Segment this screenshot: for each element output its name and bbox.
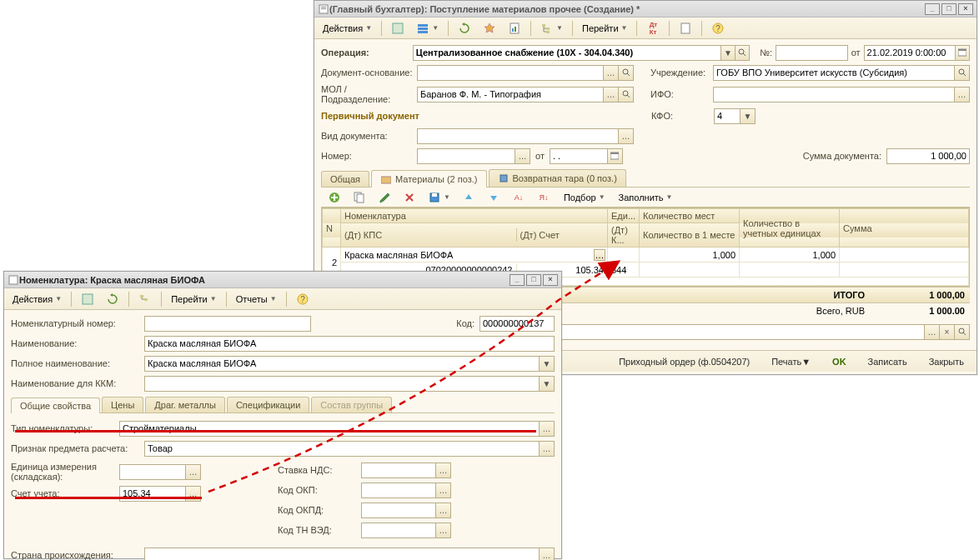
doc-type-field[interactable] [417, 128, 619, 144]
grid-delete[interactable] [398, 189, 421, 206]
okp-field[interactable] [361, 482, 436, 498]
nom-tab-prices[interactable]: Цены [102, 397, 143, 412]
col-k[interactable]: (Дт) К... [608, 223, 640, 248]
mol-ellipsis[interactable]: … [604, 87, 619, 102]
print-menu[interactable]: Печать▼ [764, 353, 818, 370]
col-n[interactable]: N [323, 209, 341, 248]
tab-tare[interactable]: Возвратная тара (0 поз.) [489, 169, 626, 187]
grid-edit[interactable] [373, 189, 396, 206]
col-qtyper[interactable]: Количество в 1 месте [640, 223, 740, 248]
name-field[interactable]: Краска масляная БИОФА [144, 336, 555, 352]
unit-field[interactable] [119, 464, 186, 480]
fullname-field[interactable]: Краска масляная БИОФА [144, 356, 540, 372]
type-ellipsis[interactable]: … [540, 421, 555, 437]
grid-sort-asc[interactable]: А↓ [507, 189, 530, 206]
grid-fill-menu[interactable]: Заполнить▼ [614, 189, 678, 206]
col-acct[interactable]: (Дт) Счет [516, 228, 607, 242]
toolbar-doc[interactable] [674, 20, 697, 37]
toolbar-icon-2[interactable]: ▼ [411, 20, 444, 37]
grid-down[interactable] [482, 189, 505, 206]
code-field[interactable]: 000000000137 [479, 316, 555, 332]
nom-tb-1[interactable] [76, 291, 99, 308]
grid-select-menu[interactable]: Подбор▼ [559, 189, 610, 206]
kfo-field[interactable]: 4 [714, 108, 741, 124]
calc-ellipsis[interactable]: … [540, 441, 555, 457]
origin-ellipsis[interactable]: … [540, 548, 555, 561]
origin-field[interactable] [144, 548, 540, 561]
number-field[interactable] [417, 148, 515, 164]
tnved-ellipsis[interactable]: … [436, 522, 451, 538]
row-sum[interactable] [840, 248, 969, 262]
grid-up[interactable] [457, 189, 480, 206]
ifo-field[interactable] [713, 87, 955, 102]
tab-general[interactable]: Общая [321, 171, 369, 187]
goto-menu[interactable]: Перейти▼ [577, 20, 633, 37]
type-field[interactable]: Стройматериалы [119, 421, 540, 437]
order-button[interactable]: Приходный ордер (ф.0504207) [611, 353, 757, 370]
nom-tab-general[interactable]: Общие свойства [11, 398, 100, 413]
toolbar-report[interactable] [503, 20, 526, 37]
toolbar-dtkt[interactable]: ДтКт [641, 20, 665, 37]
nom-tab-metals[interactable]: Драг. металлы [145, 397, 225, 412]
no-field[interactable] [776, 45, 847, 61]
col-item[interactable]: Номенклатура [341, 209, 608, 223]
unit-ellipsis[interactable]: … [186, 464, 201, 480]
comment-ellipsis[interactable]: … [925, 324, 940, 340]
comment-search[interactable] [955, 324, 970, 340]
okpd-field[interactable] [361, 502, 436, 518]
ifo-ellipsis[interactable]: … [955, 87, 970, 102]
date-picker-button[interactable] [956, 45, 970, 61]
operation-dropdown[interactable]: ▼ [721, 45, 736, 61]
col-qtyunits[interactable]: Количество в учетных единицах [740, 209, 840, 248]
toolbar-refresh[interactable] [453, 20, 476, 37]
col-qtyplaces[interactable]: Количество мест [640, 209, 740, 223]
kfo-dropdown[interactable]: ▼ [741, 108, 756, 124]
vat-field[interactable] [361, 462, 436, 478]
calc-field[interactable]: Товар [144, 441, 540, 457]
docbase-field[interactable] [417, 65, 604, 81]
operation-search[interactable] [736, 45, 750, 61]
operation-field[interactable]: Централизованное снабжение (10X - 304.04… [413, 45, 721, 61]
actions-menu[interactable]: Действия▼ [318, 20, 377, 37]
date-field[interactable]: 21.02.2019 0:00:00 [864, 45, 956, 61]
number-date-picker[interactable] [608, 148, 623, 164]
grid-add[interactable] [323, 189, 346, 206]
ok-button[interactable]: OK [825, 353, 854, 370]
nom-tab-specs[interactable]: Спецификации [227, 397, 309, 412]
row-qtyplaces[interactable]: 1,000 [640, 248, 740, 262]
nom-help[interactable]: ? [291, 291, 314, 308]
docbase-search[interactable] [619, 65, 634, 81]
grid-sort-desc[interactable]: Я↓ [532, 189, 555, 206]
grid-save[interactable]: ▼ [423, 189, 455, 206]
vat-ellipsis[interactable]: … [436, 462, 451, 478]
okpd-ellipsis[interactable]: … [436, 502, 451, 518]
save-button[interactable]: Записать [861, 353, 915, 370]
close-button[interactable]: × [958, 3, 973, 15]
nom-num-field[interactable] [144, 316, 311, 332]
nom-minimize[interactable]: _ [510, 274, 525, 286]
nom-reports[interactable]: Отчеты▼ [231, 291, 282, 308]
nom-tb-2[interactable] [101, 291, 124, 308]
minimize-button[interactable]: _ [925, 3, 940, 15]
tnved-field[interactable] [361, 522, 436, 538]
col-sum[interactable]: Сумма [840, 209, 969, 248]
org-search[interactable] [955, 65, 970, 81]
toolbar-icon-1[interactable] [386, 20, 409, 37]
number-ellipsis[interactable]: … [515, 148, 530, 164]
maximize-button[interactable]: □ [941, 3, 956, 15]
org-field[interactable]: ГОБУ ВПО Университет искусств (Субсидия) [713, 65, 955, 81]
comment-clear[interactable]: × [940, 324, 955, 340]
row-item-ellipsis[interactable]: … [594, 249, 605, 261]
row-sum2[interactable] [840, 262, 969, 278]
nom-tab-group[interactable]: Состав группы [311, 397, 392, 412]
col-kps[interactable]: (Дт) КПС [341, 228, 516, 242]
nom-maximize[interactable]: □ [526, 274, 541, 286]
sum-field[interactable]: 1 000,00 [886, 148, 970, 164]
kkm-expand[interactable]: ▼ [540, 376, 555, 392]
close-doc-button[interactable]: Закрыть [921, 353, 971, 370]
col-unit[interactable]: Еди... [608, 209, 640, 223]
mol-search[interactable] [619, 87, 634, 102]
row-item[interactable]: Краска масляная БИОФА … [341, 248, 608, 262]
tab-materials[interactable]: Материалы (2 поз.) [371, 170, 487, 188]
row-unit[interactable] [608, 248, 640, 262]
